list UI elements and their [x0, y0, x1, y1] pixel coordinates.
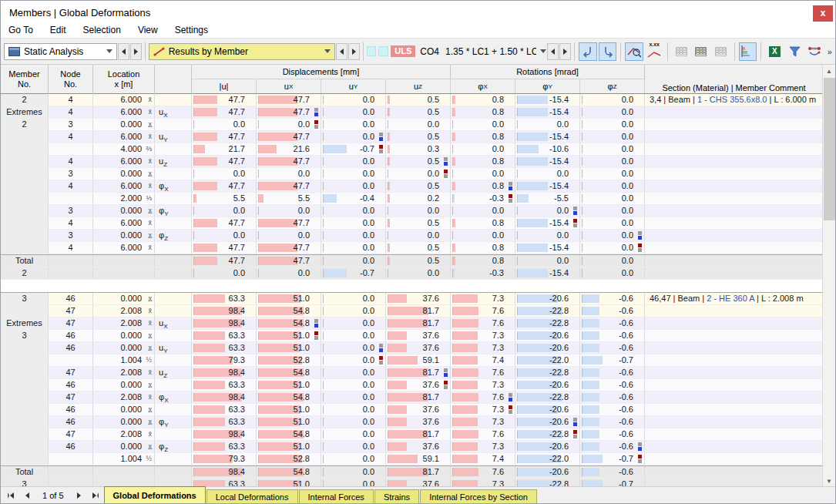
value-cell-ux[interactable]: 51.0	[257, 416, 321, 428]
value-cell-ux[interactable]: 52.8	[257, 354, 321, 366]
table-layout-3-button[interactable]	[712, 42, 730, 61]
value-cell-ux[interactable]: 0.0	[257, 267, 321, 279]
value-cell-pz[interactable]: 0.0	[580, 106, 645, 118]
table-row[interactable]: 472.008x̄98.454.80.081.77.6-22.8-0.6	[1, 305, 824, 318]
location-cell[interactable]: 4.000⅔	[93, 143, 155, 155]
value-cell-u[interactable]: 98.4	[192, 305, 257, 317]
value-cell-uy[interactable]: 0.0	[321, 205, 386, 217]
value-cell-uz[interactable]: 81.7	[386, 466, 451, 478]
value-cell-pz[interactable]: -0.7	[580, 453, 645, 465]
tab-local-deformations[interactable]: Local Deformations	[206, 489, 298, 503]
value-cell-uz[interactable]: 0.5	[386, 156, 451, 167]
table-row[interactable]: 472.008x̄uZ98.454.80.081.77.6-22.8-0.6	[1, 367, 824, 379]
value-cell-px[interactable]: 0.0	[451, 205, 515, 217]
value-cell-uz[interactable]: 0.5	[386, 106, 451, 118]
value-cell-pz[interactable]: 0.0	[580, 230, 645, 241]
value-cell-py[interactable]: -15.4	[515, 94, 580, 106]
value-cell-py[interactable]: -20.6	[515, 466, 580, 478]
member-cell[interactable]: Total	[1, 255, 49, 267]
loadcase-next-button[interactable]	[559, 43, 571, 60]
table-row[interactable]: 460.000x̲φZ63.351.00.037.67.3-20.6-0.6	[1, 441, 824, 453]
value-cell-ux[interactable]: 21.6	[257, 143, 321, 155]
value-cell-py[interactable]: 0.0	[515, 168, 580, 180]
table-row[interactable]: 460.000x̲φY63.351.00.037.67.3-20.6-0.6	[1, 416, 824, 428]
value-cell-uy[interactable]: 0.0	[321, 428, 386, 440]
section-comment-cell[interactable]	[645, 217, 824, 229]
component-cell[interactable]	[155, 255, 192, 267]
location-cell[interactable]: 1.004½	[93, 453, 155, 465]
value-cell-px[interactable]: 0.8	[451, 106, 515, 118]
value-cell-u[interactable]: 47.7	[192, 156, 257, 167]
show-result-bars-button[interactable]	[739, 42, 757, 61]
tab-strains[interactable]: Strains	[374, 489, 419, 503]
value-cell-pz[interactable]: 0.0	[580, 242, 645, 254]
value-cell-px[interactable]: 7.6	[451, 318, 515, 329]
location-cell[interactable]: 6.000x̄	[93, 94, 155, 106]
toolbar-overflow-button[interactable]: »	[828, 47, 832, 56]
value-cell-uz[interactable]: 37.6	[386, 404, 451, 415]
value-cell-py[interactable]: -20.6	[515, 293, 580, 304]
location-cell[interactable]: 0.000x̲	[93, 330, 155, 341]
value-cell-pz[interactable]: -0.6	[580, 416, 645, 428]
value-cell-py[interactable]: -5.5	[515, 193, 580, 204]
value-cell-ux[interactable]: 47.7	[257, 217, 321, 229]
value-cell-u[interactable]: 79.3	[192, 453, 257, 465]
value-cell-uy[interactable]: 0.0	[321, 255, 386, 267]
value-cell-px[interactable]: 7.6	[451, 367, 515, 378]
table-row[interactable]: 46.000x̄uZ47.747.70.00.50.8-15.40.0	[1, 156, 824, 168]
value-cell-ux[interactable]: 0.0	[257, 119, 321, 130]
value-cell-u[interactable]: 98.4	[192, 318, 257, 329]
menu-item-view[interactable]: View	[129, 24, 166, 38]
menu-item-go-to[interactable]: Go To	[8, 24, 42, 38]
component-cell[interactable]	[155, 305, 192, 317]
value-cell-pz[interactable]: -0.6	[580, 305, 645, 317]
node-cell[interactable]: 3	[49, 230, 93, 241]
value-cell-px[interactable]: 0.0	[451, 119, 515, 130]
value-cell-uy[interactable]: 0.0	[321, 453, 386, 465]
value-cell-ux[interactable]: 51.0	[257, 330, 321, 341]
table-row[interactable]: 472.008x̄φX98.454.80.081.77.6-22.8-0.6	[1, 391, 824, 404]
relation-scroll-right-button[interactable]	[599, 42, 617, 61]
value-cell-px[interactable]: 7.6	[451, 466, 515, 478]
member-cell[interactable]	[1, 453, 49, 465]
table-row[interactable]: 472.008x̄98.454.80.081.77.6-22.8-0.6	[1, 428, 824, 441]
tab-global-deformations[interactable]: Global Deformations	[104, 486, 206, 503]
value-cell-u[interactable]: 47.7	[192, 180, 257, 192]
value-cell-uy[interactable]: 0.0	[321, 318, 386, 329]
value-cell-ux[interactable]: 47.7	[257, 94, 321, 106]
value-cell-u[interactable]: 98.4	[192, 428, 257, 440]
table-layout-2-button[interactable]	[692, 42, 710, 61]
value-cell-pz[interactable]: 0.0	[580, 255, 645, 267]
value-cell-ux[interactable]: 47.7	[257, 131, 321, 143]
value-cell-u[interactable]: 47.7	[192, 106, 257, 118]
value-cell-uz[interactable]: 59.1	[386, 354, 451, 366]
loadcase-prev-button[interactable]	[547, 43, 559, 60]
value-cell-uz[interactable]: 0.5	[386, 94, 451, 106]
value-cell-uy[interactable]: 0.0	[321, 293, 386, 304]
value-cell-py[interactable]: -20.6	[515, 330, 580, 341]
node-cell[interactable]: 3	[49, 119, 93, 130]
node-cell[interactable]: 46	[49, 342, 93, 354]
value-cell-uy[interactable]: 0.0	[321, 242, 386, 254]
node-cell[interactable]: 4	[49, 156, 93, 167]
table-row[interactable]: 246.000x̄47.747.70.00.50.8-15.40.03,4 | …	[1, 94, 824, 106]
value-cell-uz[interactable]: 0.0	[386, 205, 451, 217]
value-cell-py[interactable]: 0.0	[515, 230, 580, 241]
component-cell[interactable]: φX	[155, 180, 192, 192]
member-cell[interactable]	[1, 168, 49, 180]
table-row[interactable]: 230.000x̲0.00.00.00.00.00.00.0	[1, 119, 824, 131]
next-table-button[interactable]	[74, 489, 85, 502]
value-cell-u[interactable]: 63.3	[192, 416, 257, 428]
value-cell-ux[interactable]: 54.8	[257, 318, 321, 329]
value-cell-uy[interactable]: 0.0	[321, 416, 386, 428]
value-cell-u[interactable]: 79.3	[192, 354, 257, 366]
value-cell-px[interactable]: 7.4	[451, 453, 515, 465]
section-comment-cell[interactable]	[645, 416, 824, 428]
value-cell-uy[interactable]: 0.0	[321, 466, 386, 478]
value-cell-py[interactable]: -15.4	[515, 267, 580, 279]
relation-scroll-left-button[interactable]	[579, 42, 597, 61]
member-cell[interactable]	[1, 367, 49, 378]
value-cell-pz[interactable]: 0.0	[580, 143, 645, 155]
value-cell-u[interactable]: 0.0	[192, 267, 257, 279]
value-cell-uz[interactable]: 0.5	[386, 131, 451, 143]
